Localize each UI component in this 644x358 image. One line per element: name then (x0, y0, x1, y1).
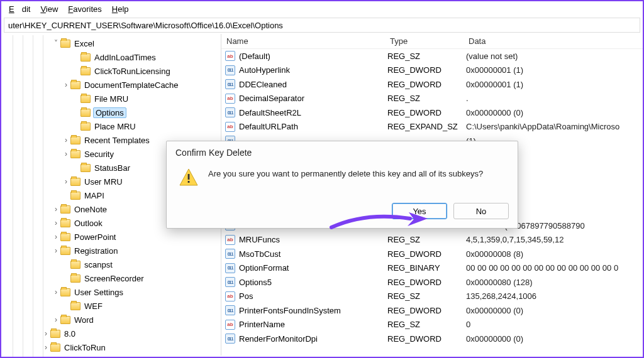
tree-item-label: Place MRU (93, 122, 137, 131)
expand-icon[interactable]: › (62, 177, 70, 186)
yes-button[interactable]: Yes (392, 203, 447, 219)
value-row[interactable]: abMRUFuncsREG_SZ4,5,1,359,0,7,15,345,59,… (221, 233, 643, 247)
dialog-message: Are you sure you want to permanently del… (208, 168, 506, 178)
menu-help[interactable]: Help (108, 3, 133, 15)
value-type: REG_SZ (387, 235, 466, 244)
value-row[interactable]: abDecimalSeparatorREG_SZ. (221, 92, 643, 106)
tree-item-addinloadtimes[interactable]: AddInLoadTimes (1, 50, 221, 64)
tree-item-label: StatusBar (93, 163, 131, 173)
menu-edit[interactable]: Edit (5, 3, 34, 15)
value-name: DecimalSeparator (239, 94, 387, 103)
value-name: Pos (239, 291, 387, 301)
value-row[interactable]: abPrinterNameREG_SZ0 (221, 318, 643, 332)
value-data: 0x00000080 (128) (466, 278, 643, 287)
value-row[interactable]: ab(Default)REG_SZ(value not set) (221, 49, 643, 63)
value-name: DDECleaned (239, 80, 387, 89)
value-data: 135,268,2424,1006 (466, 291, 643, 301)
tree-item-file-mru[interactable]: File MRU (1, 92, 221, 106)
folder-icon (70, 261, 80, 269)
expand-icon[interactable]: › (42, 329, 50, 338)
expand-icon[interactable]: › (62, 80, 70, 89)
expand-icon[interactable]: › (52, 315, 60, 324)
col-data[interactable]: Data (464, 36, 643, 46)
confirm-dialog: Confirm Key Delete Are you sure you want… (166, 141, 518, 229)
value-row[interactable]: 011RenderForMonitorDpiREG_DWORD0x0000000… (221, 332, 643, 346)
expand-icon[interactable]: › (52, 205, 60, 214)
tree-item-documenttemplatecache[interactable]: ›DocumentTemplateCache (1, 78, 221, 92)
value-row[interactable]: 011AutoHyperlinkREG_DWORD0x00000001 (1) (221, 63, 643, 78)
value-row[interactable]: abDefaultURLPathREG_EXPAND_SZC:\Users\pa… (221, 120, 643, 134)
tree-item-powerpoint[interactable]: ›PowerPoint (1, 230, 221, 244)
expand-icon[interactable]: › (62, 136, 70, 144)
value-type: REG_DWORD (387, 65, 466, 75)
expand-icon[interactable]: › (52, 232, 60, 241)
expand-icon[interactable]: › (62, 149, 70, 158)
column-headers[interactable]: Name Type Data (221, 34, 643, 49)
value-row[interactable]: 011OptionFormatREG_BINARY00 00 00 00 00 … (221, 261, 643, 276)
tree-item-label: Word (73, 315, 95, 325)
menu-view[interactable]: View (36, 3, 62, 15)
folder-icon (50, 330, 60, 338)
expand-icon[interactable]: › (52, 288, 60, 296)
value-row[interactable]: 011MsoTbCustREG_DWORD0x00000008 (8) (221, 247, 643, 261)
value-row[interactable]: 011Options5REG_DWORD0x00000080 (128) (221, 275, 643, 290)
string-icon: ab (225, 235, 235, 245)
value-name: PrinterFontsFoundInSystem (239, 306, 387, 315)
tree-item-place-mru[interactable]: Place MRU (1, 119, 221, 133)
tree-item-screenrecorder[interactable]: ScreenRecorder (1, 271, 221, 285)
tree-item-label: Excel (73, 39, 96, 48)
value-type: REG_DWORD (387, 278, 466, 287)
value-row[interactable]: 011DefaultSheetR2LREG_DWORD0x00000000 (0… (221, 106, 643, 120)
tree-item-8.0[interactable]: ›8.0 (1, 327, 221, 340)
value-row[interactable]: abPosREG_SZ135,268,2424,1006 (221, 290, 643, 304)
value-type: REG_SZ (387, 291, 466, 301)
tree-item-clicktorun[interactable]: ›ClickToRun (1, 340, 221, 354)
warning-icon (178, 168, 198, 187)
tree-item-label: Security (83, 149, 115, 159)
dialog-title: Confirm Key Delete (167, 141, 518, 161)
svg-rect-2 (188, 181, 190, 183)
value-type: REG_DWORD (387, 249, 466, 259)
value-name: OptionFormat (239, 263, 387, 273)
string-icon: ab (225, 94, 235, 104)
tree-item-user-settings[interactable]: ›User Settings (1, 285, 221, 299)
string-icon: ab (225, 320, 235, 330)
tree-item-wef[interactable]: WEF (1, 299, 221, 313)
tree-item-registration[interactable]: ›Registration (1, 244, 221, 258)
folder-icon (60, 219, 70, 227)
value-type: REG_DWORD (387, 306, 466, 315)
tree-item-word[interactable]: ›Word (1, 313, 221, 327)
value-data: 0x00000000 (0) (466, 334, 643, 344)
value-row[interactable]: 011DDECleanedREG_DWORD0x00000001 (1) (221, 77, 643, 92)
address-bar[interactable]: uter\HKEY_CURRENT_USER\Software\Microsof… (4, 18, 640, 33)
binary-icon: 011 (225, 334, 235, 344)
value-name: PrinterName (239, 320, 387, 329)
folder-icon (60, 40, 70, 48)
no-button[interactable]: No (453, 203, 509, 219)
tree-item-excel[interactable]: ˅Excel (1, 36, 221, 50)
expand-icon[interactable]: › (42, 343, 50, 352)
tree-item-scanpst[interactable]: scanpst (1, 258, 221, 271)
value-name: AutoHyperlink (239, 65, 387, 75)
string-icon: ab (225, 51, 235, 61)
expand-icon[interactable]: › (52, 246, 60, 255)
value-data: 4,5,1,359,0,7,15,345,59,12 (466, 235, 643, 244)
value-type: REG_SZ (387, 52, 466, 61)
tree-item-label: ClickToRunLicensing (93, 67, 172, 76)
value-row[interactable]: 011PrinterFontsFoundInSystemREG_DWORD0x0… (221, 303, 643, 318)
value-data: 0x00000001 (1) (466, 65, 643, 75)
expand-icon[interactable]: ˅ (52, 39, 60, 48)
col-name[interactable]: Name (221, 36, 385, 46)
expand-icon[interactable]: › (52, 219, 60, 227)
tree-item-label: MAPI (83, 191, 106, 200)
value-data: 0x00000008 (8) (466, 249, 643, 259)
folder-icon (70, 136, 80, 144)
folder-icon (60, 205, 70, 214)
tree-item-clicktorunlicensing[interactable]: ClickToRunLicensing (1, 64, 221, 78)
menu-favorites[interactable]: Favorites (64, 3, 105, 15)
folder-icon (80, 109, 91, 117)
col-type[interactable]: Type (385, 36, 464, 46)
tree-item-common[interactable]: ›Common (1, 354, 221, 355)
tree-item-options[interactable]: Options (1, 106, 221, 119)
tree-item-label: AddInLoadTimes (93, 53, 157, 62)
